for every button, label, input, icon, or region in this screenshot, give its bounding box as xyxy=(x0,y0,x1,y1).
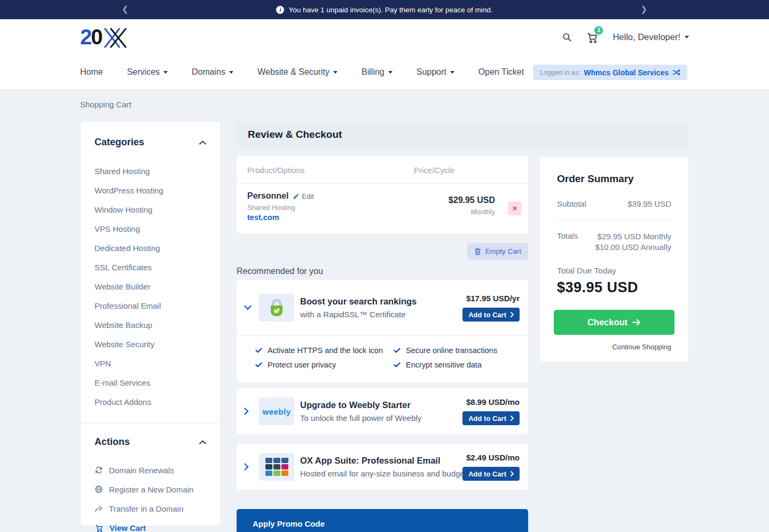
logged-in-badge[interactable]: Logged in as: Whmcs Global Services xyxy=(533,65,687,80)
sidebar-item-website-builder[interactable]: Website Builder xyxy=(95,277,206,296)
nav-billing[interactable]: Billing xyxy=(362,67,393,77)
sidebar-item-product-addons[interactable]: Product Addons xyxy=(95,392,206,411)
collapse-icon[interactable] xyxy=(244,306,252,310)
feature-item: Secure online transactions xyxy=(394,346,528,355)
categories-header[interactable]: Categories xyxy=(95,137,206,148)
recommendation-price: $8.99 USD/mo xyxy=(466,397,520,406)
shopping-cart-page: ❮ i You have 1 unpaid invoice(s). Pay th… xyxy=(0,0,769,532)
chevron-down-icon xyxy=(388,71,393,74)
info-icon: i xyxy=(276,6,284,14)
checkout-button[interactable]: Checkout xyxy=(554,310,674,335)
banner-next-icon[interactable]: ❯ xyxy=(640,4,647,14)
product-column-header: Product/Options xyxy=(247,166,305,175)
total-due-label: Total Due Today xyxy=(557,266,671,276)
sidebar: Categories Shared Hosting WordPress Host… xyxy=(80,121,221,526)
recommendation-subtitle: Hosted email for any-size business and b… xyxy=(300,469,467,478)
nav-open-ticket[interactable]: Open Ticket xyxy=(478,67,524,77)
recommendation-title: Boost your search rankings xyxy=(300,296,417,307)
add-to-cart-button[interactable]: Add to Cart xyxy=(462,467,520,481)
logo-text-dark: 0 xyxy=(91,25,101,49)
weebly-logo: weebly xyxy=(259,397,294,425)
sidebar-item-shared-hosting[interactable]: Shared Hosting xyxy=(95,161,206,181)
promo-label: Apply Promo Code xyxy=(253,519,325,528)
logo[interactable]: 2 0 xyxy=(80,25,128,49)
add-to-cart-button[interactable]: Add to Cart xyxy=(462,411,520,425)
recommendation-rapidssl: Boost your search rankings with a RapidS… xyxy=(237,280,528,382)
logged-in-account: Whmcs Global Services xyxy=(584,68,669,77)
sidebar-item-ssl-certificates[interactable]: SSL Certificates xyxy=(95,257,206,277)
sidebar-item-website-security[interactable]: Website Security xyxy=(95,334,206,354)
action-register-domain[interactable]: Register a New Domain xyxy=(95,480,206,499)
totals-monthly: $29.95 USD Monthly xyxy=(598,232,671,241)
sidebar-item-dedicated-hosting[interactable]: Dedicated Hosting xyxy=(95,238,206,257)
total-due-value: $39.95 USD xyxy=(557,279,671,296)
account-menu[interactable]: Hello, Developer! xyxy=(613,32,689,42)
feature-item: Encrypt sensitive data xyxy=(394,361,528,369)
check-icon xyxy=(255,362,262,367)
nav-support[interactable]: Support xyxy=(417,67,454,77)
empty-cart-button[interactable]: Empty Cart xyxy=(467,243,528,260)
actions-header[interactable]: Actions xyxy=(95,436,206,448)
refresh-icon xyxy=(95,466,103,474)
banner-prev-icon[interactable]: ❮ xyxy=(122,4,129,14)
cart-icon xyxy=(95,523,104,532)
chevron-right-icon xyxy=(511,416,514,421)
sidebar-item-wordpress-hosting[interactable]: WordPress Hosting xyxy=(95,181,206,200)
cart-icon[interactable]: 2 xyxy=(586,31,599,44)
action-domain-renewals[interactable]: Domain Renewals xyxy=(95,460,206,480)
expand-icon[interactable] xyxy=(244,463,249,471)
logo-text-blue: 2 xyxy=(80,25,91,49)
sidebar-item-email-services[interactable]: E-mail Services xyxy=(95,373,206,392)
check-icon xyxy=(255,348,262,353)
product-domain-link[interactable]: test.com xyxy=(247,213,314,222)
sidebar-item-vps-hosting[interactable]: VPS Hosting xyxy=(95,219,206,238)
trash-icon xyxy=(474,248,481,255)
item-price: $29.95 USD xyxy=(449,195,495,205)
logo-x-icon xyxy=(103,26,128,49)
chevron-down-icon xyxy=(163,71,168,74)
site-header: 2 0 2 Hello, D xyxy=(0,19,769,55)
sidebar-item-window-hosting[interactable]: Window Hosting xyxy=(95,200,206,219)
sidebar-divider xyxy=(81,423,220,424)
recommendation-price: $2.49 USD/mo xyxy=(466,453,520,462)
continue-shopping-link[interactable]: Continue Shopping xyxy=(557,343,671,351)
recommendation-weebly: weebly Upgrade to Weebly Starter To unlo… xyxy=(237,388,528,434)
notification-banner: ❮ i You have 1 unpaid invoice(s). Pay th… xyxy=(0,0,769,19)
recommendation-title: OX App Suite: Professional Email xyxy=(300,456,467,466)
transfer-icon xyxy=(95,505,103,513)
action-view-cart[interactable]: View Cart xyxy=(95,518,206,532)
recommendation-price: $17.95 USD/yr xyxy=(466,294,520,303)
expand-icon[interactable] xyxy=(244,408,249,415)
pencil-icon xyxy=(293,193,300,200)
ox-app-suite-logo xyxy=(259,453,294,481)
nav-website-security[interactable]: Website & Security xyxy=(257,67,338,77)
arrow-right-icon xyxy=(632,319,641,326)
apply-promo-code-bar[interactable]: Apply Promo Code xyxy=(237,509,528,532)
sidebar-item-vpn[interactable]: VPN xyxy=(95,354,206,373)
chevron-down-icon xyxy=(685,36,689,38)
categories-title: Categories xyxy=(95,137,144,148)
add-to-cart-button[interactable]: Add to Cart xyxy=(462,308,520,322)
action-transfer-domain[interactable]: Transfer in a Domain xyxy=(95,499,206,518)
sidebar-item-professional-email[interactable]: Professional Email xyxy=(95,296,206,315)
recommendation-subtitle: with a RapidSSL™ Certificate xyxy=(300,310,417,319)
edit-product-link[interactable]: Edit xyxy=(293,192,313,200)
order-summary-card: Order Summary Subtotal $39.95 USD Totals… xyxy=(540,157,688,362)
sidebar-item-website-backup[interactable]: Website Backup xyxy=(95,315,206,334)
totals-annually: $10.00 USD Annually xyxy=(595,242,671,252)
chevron-right-icon xyxy=(511,312,514,317)
totals-label: Totals xyxy=(557,231,578,253)
greeting-text: Hello, Developer! xyxy=(613,32,680,42)
feature-item: Activate HTTPS and the lock icon xyxy=(255,346,394,355)
nav-services[interactable]: Services xyxy=(127,67,168,77)
page-title: Review & Checkout xyxy=(248,129,342,140)
remove-item-button[interactable]: × xyxy=(508,201,522,215)
item-cycle: Monthly xyxy=(449,208,495,216)
review-checkout-band: Review & Checkout xyxy=(237,122,688,147)
subtotal-label: Subtotal xyxy=(557,199,586,208)
cart-count-badge: 2 xyxy=(594,26,603,35)
search-icon[interactable] xyxy=(562,32,572,42)
nav-domains[interactable]: Domains xyxy=(192,67,233,77)
nav-home[interactable]: Home xyxy=(80,67,103,77)
chevron-down-icon xyxy=(333,71,338,74)
